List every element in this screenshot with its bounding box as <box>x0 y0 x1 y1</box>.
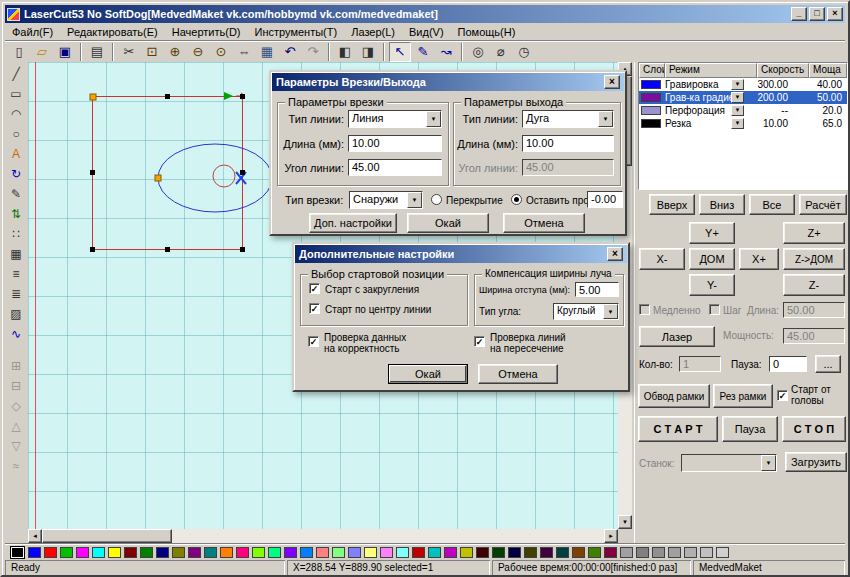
menu-item[interactable]: Начертить(D) <box>165 25 248 39</box>
palette-color[interactable] <box>60 547 73 558</box>
align-icon[interactable]: ≡ <box>6 264 26 284</box>
palette-color[interactable] <box>636 547 649 558</box>
advanced-settings-button[interactable]: Доп. настройки <box>309 213 397 233</box>
snap-icon[interactable]: ◇ <box>6 396 26 416</box>
palette-color[interactable] <box>588 547 601 558</box>
calculate-button[interactable]: Расчёт <box>799 194 847 215</box>
hatch-icon[interactable]: ▨ <box>6 304 26 324</box>
measure-icon[interactable]: ⌀ <box>490 42 512 62</box>
check-lines-checkbox[interactable]: ✓ <box>474 336 485 347</box>
ellipse-shape[interactable] <box>158 144 272 212</box>
horizontal-scrollbar[interactable]: ◂ ▸ <box>28 529 618 543</box>
weld-icon[interactable]: △ <box>6 416 26 436</box>
save-icon[interactable]: ▣ <box>54 42 76 62</box>
count-field[interactable]: 1 <box>679 356 721 372</box>
array-copy-icon[interactable]: ∷ <box>6 224 26 244</box>
smooth-icon[interactable]: ≈ <box>6 456 26 476</box>
pan-icon[interactable]: ⇔ <box>233 42 255 62</box>
machine-select[interactable]: ▼ <box>681 454 777 472</box>
palette-color[interactable] <box>524 547 537 558</box>
power-field[interactable]: 45.00 <box>783 328 845 344</box>
trace-frame-button[interactable]: Обвод рамки <box>638 384 710 408</box>
palette-color[interactable] <box>300 547 313 558</box>
open-file-icon[interactable]: ▱ <box>31 42 53 62</box>
corner-type-select[interactable]: Круглый ▼ <box>553 303 619 320</box>
palette-color[interactable] <box>604 547 617 558</box>
grid-icon[interactable]: ▦ <box>256 42 278 62</box>
lead-in-line-type-select[interactable]: Линия ▼ <box>348 110 442 128</box>
mirror-tool-icon[interactable]: ⇅ <box>6 204 26 224</box>
menu-item[interactable]: Файл(F) <box>5 25 60 39</box>
dialog-title-bar[interactable]: Дополнительные настройки × <box>295 245 627 263</box>
close-icon[interactable]: × <box>607 247 623 261</box>
slow-checkbox[interactable] <box>639 304 650 315</box>
horizontal-scroll-thumb[interactable] <box>42 529 172 543</box>
line-tool-icon[interactable]: ╱ <box>6 64 26 84</box>
layer-down-button[interactable]: Вниз <box>699 194 745 215</box>
curve-icon[interactable]: ∿ <box>6 324 26 344</box>
lead-out-length-field[interactable]: 10.00 <box>522 135 614 152</box>
cancel-button[interactable]: Отмена <box>478 364 558 384</box>
jog-z-plus-button[interactable]: Z+ <box>783 222 845 244</box>
close-icon[interactable]: × <box>604 75 620 89</box>
path-direction-icon[interactable]: ↝ <box>435 42 457 62</box>
chevron-down-icon[interactable]: ▼ <box>603 304 618 319</box>
palette-color[interactable] <box>668 547 681 558</box>
palette-color[interactable] <box>508 547 521 558</box>
break-icon[interactable]: ▽ <box>6 436 26 456</box>
gap-value-field[interactable]: -0.00 <box>587 191 623 208</box>
layer-row[interactable]: Гравировка▼300.0040.00 <box>639 78 847 91</box>
palette-color[interactable] <box>284 547 297 558</box>
text-tool-icon[interactable]: A <box>6 144 26 164</box>
chevron-down-icon[interactable]: ▼ <box>426 111 441 127</box>
layers-header-col[interactable]: Режим <box>665 63 757 78</box>
palette-color[interactable] <box>348 547 361 558</box>
start-from-head-checkbox[interactable]: ✓ <box>777 390 788 401</box>
layer-mode-dropdown[interactable]: ▼ <box>731 79 744 90</box>
jog-x-minus-button[interactable]: X- <box>639 248 685 270</box>
ok-button[interactable]: Окай <box>407 213 489 233</box>
menu-item[interactable]: Помощь(H) <box>451 25 523 39</box>
layers-header-col[interactable]: Скорость <box>757 63 809 78</box>
layers-header-col[interactable]: Слои <box>639 63 665 78</box>
lead-out-line-type-select[interactable]: Дуга ▼ <box>522 110 614 128</box>
jog-y-plus-button[interactable]: Y+ <box>689 222 735 244</box>
redo-icon[interactable]: ↷ <box>302 42 324 62</box>
preview-icon[interactable]: ◎ <box>467 42 489 62</box>
palette-color[interactable] <box>268 547 281 558</box>
start-center-checkbox[interactable]: ✓ <box>309 303 320 314</box>
load-button[interactable]: Загрузить <box>785 452 847 472</box>
chevron-down-icon[interactable]: ▼ <box>598 111 613 127</box>
palette-color[interactable] <box>492 547 505 558</box>
menu-item[interactable]: Редактировать(E) <box>60 25 165 39</box>
selection-handles[interactable] <box>90 94 245 252</box>
cut-frame-button[interactable]: Рез рамки <box>713 384 773 408</box>
lead-in-length-field[interactable]: 10.00 <box>348 135 442 152</box>
layers-header-col[interactable]: Моща <box>809 63 847 78</box>
leave-gap-radio[interactable] <box>511 194 522 205</box>
layer-up-button[interactable]: Вверх <box>649 194 695 215</box>
cut-type-select[interactable]: Снаружи ▼ <box>349 191 423 209</box>
layer-mode-dropdown[interactable]: ▼ <box>731 118 744 129</box>
cut-icon[interactable]: ✂ <box>118 42 140 62</box>
palette-color[interactable] <box>620 547 633 558</box>
pause-button[interactable]: Пауза <box>722 416 778 442</box>
palette-color[interactable] <box>700 547 713 558</box>
laser-button[interactable]: Лазер <box>639 326 715 347</box>
chevron-down-icon[interactable]: ▼ <box>761 455 776 471</box>
node-delete-icon[interactable]: ⊟ <box>6 376 26 396</box>
zoom-in-icon[interactable]: ⊕ <box>164 42 186 62</box>
dialog-title-bar[interactable]: Параметры Врезки/Выхода × <box>272 73 624 91</box>
palette-color[interactable] <box>92 547 105 558</box>
palette-color[interactable] <box>108 547 121 558</box>
palette-color[interactable] <box>28 547 41 558</box>
maximize-button[interactable]: □ <box>809 7 825 21</box>
start-button[interactable]: С Т А Р Т <box>638 416 718 442</box>
palette-color[interactable] <box>156 547 169 558</box>
close-button[interactable]: × <box>827 7 843 21</box>
palette-color[interactable] <box>652 547 665 558</box>
palette-color[interactable] <box>204 547 217 558</box>
scroll-down-icon[interactable]: ▾ <box>618 515 632 529</box>
start-rounding-checkbox[interactable]: ✓ <box>309 283 320 294</box>
palette-color[interactable] <box>76 547 89 558</box>
